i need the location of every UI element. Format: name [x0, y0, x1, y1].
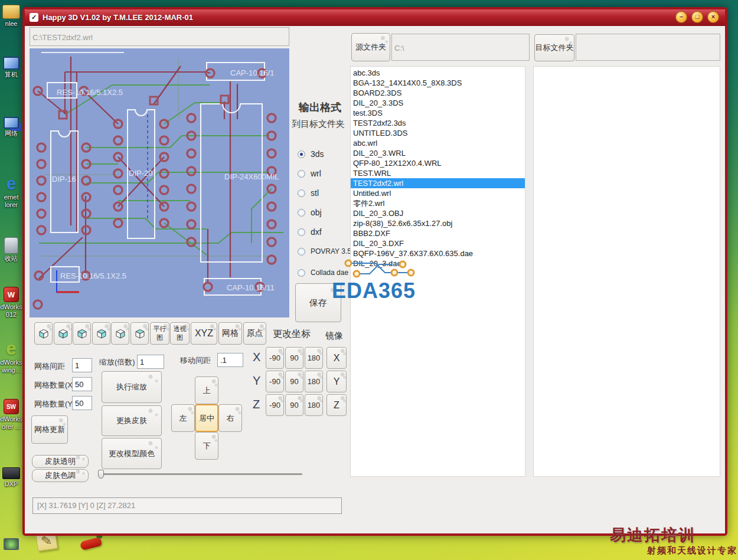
- skin-slider[interactable]: [99, 473, 302, 475]
- current-file-path-input[interactable]: [30, 27, 289, 46]
- desktop-icon-edrawings[interactable]: edWorkswing...: [0, 339, 22, 374]
- desktop-icon-folder[interactable]: nlee: [0, 5, 22, 28]
- rotate-y-minus90-button[interactable]: -90: [266, 371, 284, 392]
- view-top-button[interactable]: [92, 322, 110, 345]
- desktop-icon-internet-explorer[interactable]: eernetlorer: [0, 175, 22, 209]
- target-file-list: [533, 66, 720, 477]
- view-right-button[interactable]: [111, 322, 129, 345]
- grid-spacing-input[interactable]: [72, 358, 92, 372]
- target-folder-button[interactable]: 目标文件夹: [534, 34, 574, 61]
- file-list-item[interactable]: TEST.WRL: [351, 168, 529, 178]
- rotate-z-minus90-button[interactable]: -90: [266, 394, 284, 416]
- file-list-item[interactable]: abc.wrl: [351, 138, 529, 148]
- format-radio-obj[interactable]: obj: [298, 207, 322, 218]
- rotate-axis-x-label: X: [253, 351, 260, 364]
- desktop-icon-network[interactable]: 网络: [0, 117, 22, 137]
- move-left-button[interactable]: 左: [171, 404, 195, 432]
- format-radio-dxf[interactable]: dxf: [298, 227, 322, 237]
- mirror-z-button[interactable]: Z: [326, 394, 347, 416]
- skin-tone-button[interactable]: 皮肤色調: [32, 469, 89, 482]
- file-list-item[interactable]: BBB2.DXF: [351, 228, 529, 238]
- radio-icon: [298, 189, 305, 197]
- desktop-icon-solidworks[interactable]: WdWorks012: [0, 287, 22, 319]
- file-list-item[interactable]: Untitled.wrl: [351, 188, 529, 198]
- scale-input[interactable]: [137, 355, 164, 369]
- skin-slider-thumb[interactable]: [98, 470, 104, 479]
- grid-count-x-input[interactable]: [72, 377, 92, 391]
- watermark-title: 易迪拓培训: [610, 525, 695, 546]
- rotate-y-90-button[interactable]: 90: [285, 371, 303, 392]
- grid-update-button[interactable]: 网格更新: [31, 415, 68, 444]
- pcb-preview-viewport[interactable]: RES-10.16/5.1X2.5 CAP-10.16/1 DIP-16 DIP…: [30, 48, 289, 317]
- solidworks-icon: W: [4, 287, 19, 302]
- window-title: Happy 3D V1.02 by T.M.LEE 2012-MAR-01: [43, 13, 193, 22]
- rotate-z-90-button[interactable]: 90: [285, 394, 303, 416]
- file-list-item[interactable]: test.3DS: [351, 108, 529, 118]
- view-bottom-button[interactable]: [54, 322, 72, 345]
- close-button[interactable]: ×: [707, 11, 719, 23]
- change-skin-button[interactable]: 更换皮肤: [102, 405, 162, 436]
- rotate-heading: 更改坐标: [273, 328, 311, 340]
- rotate-z-180-button[interactable]: 180: [305, 394, 323, 416]
- file-list-item[interactable]: BGA-132_14X14X0.5_8X8.3DS: [351, 78, 529, 88]
- format-radio-wrl[interactable]: wrl: [298, 168, 321, 179]
- sw-explorer-icon: SW: [4, 399, 19, 414]
- source-folder-button[interactable]: 源文件夹: [351, 33, 390, 61]
- file-list-item[interactable]: QFP-80_12X12X0.4.WRL: [351, 158, 529, 168]
- mirror-y-button[interactable]: Y: [326, 371, 347, 392]
- perspective-view-button[interactable]: 透视图: [170, 322, 190, 345]
- grid-count-y-input[interactable]: [72, 396, 92, 410]
- move-step-input[interactable]: [217, 353, 243, 367]
- file-list-item[interactable]: UNTITLED.3DS: [351, 128, 529, 138]
- title-bar[interactable]: ✓ Happy 3D V1.02 by T.M.LEE 2012-MAR-01: [25, 9, 725, 26]
- rotate-axis-z-label: Z: [253, 398, 260, 411]
- parallel-view-button[interactable]: 平行图: [150, 322, 169, 345]
- file-list-item[interactable]: DIL_20_3.DXF: [351, 238, 529, 248]
- move-down-button[interactable]: 下: [195, 432, 218, 460]
- format-radio-stl[interactable]: stl: [298, 188, 319, 198]
- format-radio-povray[interactable]: POVRAY 3.5: [298, 246, 351, 257]
- file-list-item[interactable]: DIL_20_3.3DS: [351, 98, 529, 108]
- desktop-icon-monitor[interactable]: [0, 538, 22, 551]
- desktop-icon-computer[interactable]: 算机: [0, 57, 22, 78]
- move-right-button[interactable]: 右: [218, 404, 242, 432]
- desktop-icon-recycle-bin[interactable]: 收站: [0, 237, 22, 263]
- minimize-button[interactable]: –: [675, 11, 687, 23]
- grid-toggle-button[interactable]: 网格: [218, 322, 242, 345]
- move-center-button[interactable]: 居中: [195, 404, 218, 432]
- file-list-item[interactable]: TEST2dxf2.3ds: [351, 118, 529, 128]
- view-back-button[interactable]: [130, 322, 149, 345]
- change-model-color-button[interactable]: 更改模型颜色: [102, 438, 162, 469]
- run-scale-button[interactable]: 执行缩放: [102, 371, 162, 403]
- view-left-button[interactable]: [73, 322, 91, 345]
- target-folder-input[interactable]: [576, 34, 720, 61]
- desktop-icon-sw-explorer[interactable]: SWdWorksorer ...: [0, 399, 22, 431]
- origin-button[interactable]: 原点: [243, 322, 266, 345]
- format-radio-3ds[interactable]: 3ds: [298, 149, 324, 159]
- file-list-item[interactable]: BOARD2.3DS: [351, 88, 529, 98]
- file-list-item[interactable]: 零件2.wrl: [351, 198, 529, 208]
- file-list-item[interactable]: DIL_20_3.WRL: [351, 148, 529, 158]
- xyz-button[interactable]: XYZ: [191, 322, 217, 345]
- cube-front-icon: [37, 326, 51, 340]
- file-list-scrollbar[interactable]: [525, 66, 530, 477]
- skin-transparent-button[interactable]: 皮肤透明: [32, 455, 89, 468]
- file-list-item[interactable]: zip-8(38)_52.6x6.35x1.27.obj: [351, 218, 529, 228]
- rotate-x-90-button[interactable]: 90: [285, 347, 303, 369]
- rotate-x-180-button[interactable]: 180: [305, 347, 323, 369]
- app-icon: ✓: [30, 13, 38, 22]
- file-list-item-selected[interactable]: TEST2dxf2.wrl: [351, 178, 529, 188]
- rotate-y-180-button[interactable]: 180: [305, 371, 323, 392]
- watermark-subtitle: 射频和天线设计专家: [647, 545, 737, 556]
- file-list-item[interactable]: DIL_20_3.OBJ: [351, 208, 529, 218]
- view-front-button[interactable]: [34, 322, 53, 345]
- move-up-button[interactable]: 上: [195, 376, 218, 404]
- rotate-x-minus90-button[interactable]: -90: [266, 347, 284, 369]
- file-list-item[interactable]: abc.3ds: [351, 68, 529, 78]
- component-label-dip16: DIP-16: [52, 175, 76, 184]
- desktop-icon-dxp[interactable]: DXP: [0, 467, 22, 488]
- mirror-x-button[interactable]: X: [326, 347, 347, 369]
- chili-icon[interactable]: [80, 539, 102, 548]
- source-folder-input[interactable]: [391, 34, 530, 61]
- maximize-button[interactable]: □: [691, 11, 703, 23]
